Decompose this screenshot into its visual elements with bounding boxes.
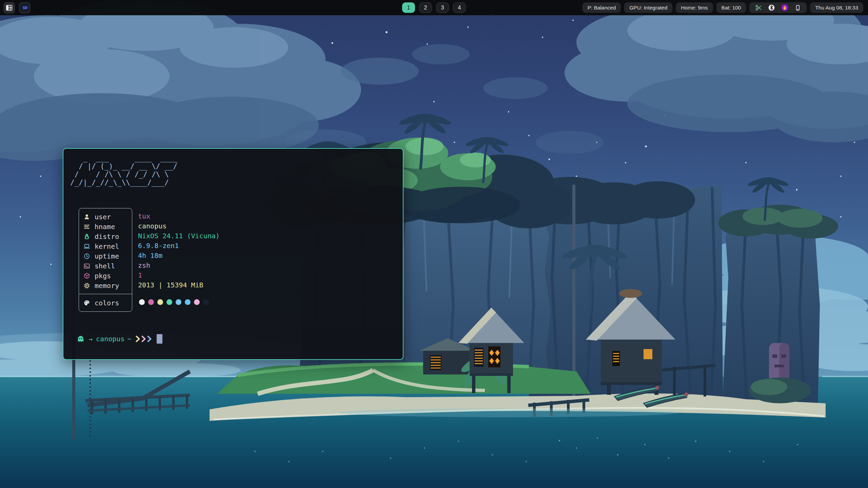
prompt-path: ~ [127,335,131,343]
info-row-distro: distro [79,231,132,241]
palette-dot [139,299,145,305]
prompt-host: canopus [96,335,124,343]
laptop-icon [83,243,90,250]
scissors-icon[interactable] [755,4,762,12]
palette-dot [148,299,154,305]
user-icon [83,214,90,220]
colors-row: colors [79,294,132,311]
info-label: hname [95,223,115,231]
terminal-icon [83,263,90,269]
chevron-icon [141,335,146,343]
status-area: P: Balanced GPU: Integrated Home: 9ms Ba… [583,2,863,13]
workspace-switcher: 1 2 3 4 [402,0,466,15]
chip-icon [83,282,90,289]
fetch-values: tux canopus NixOS 24.11 (Vicuna) 6.9.8-z… [138,211,220,290]
info-row-memory: memory [79,281,132,290]
app-grid-icon [5,4,13,12]
app-grid-button[interactable] [3,2,15,14]
terminal-body: _ ___ ____ ____ / |/ (_)_ __/ __ \/ __/ … [63,149,403,359]
terminal-window[interactable]: _ ___ ____ ____ / |/ (_)_ __/ __ \/ __/ … [63,148,403,360]
info-row-pkgs: pkgs [79,271,132,281]
palette-dot [203,299,209,305]
system-tray [749,2,807,13]
power-profile-pill[interactable]: P: Balanced [583,2,621,13]
penguin-icon [83,233,90,240]
info-row-shell: shell [79,261,132,271]
info-row-uptime: uptime [79,251,132,261]
phone-icon[interactable] [794,4,801,11]
info-label: distro [95,232,119,241]
clock-pill[interactable]: Thu Aug 08, 18:33 [810,2,863,13]
fetch-info-box: user hname [79,208,132,312]
value-user: tux [138,211,220,221]
workspace-button-2[interactable]: 2 [419,2,432,13]
battery-pill[interactable]: Bat: 100 [716,2,746,13]
value-distro: NixOS 24.11 (Vicuna) [138,231,220,241]
latency-pill[interactable]: Home: 9ms [676,2,713,13]
info-row-user: user [79,212,132,222]
nixos-ascii-logo: _ ___ ____ ____ / |/ (_)_ __/ __ \/ __/ … [70,154,177,187]
info-label: kernel [95,242,119,250]
workspace-button-3[interactable]: 3 [436,2,449,13]
info-row-hname: hname [79,222,132,231]
palette-dot [157,299,163,305]
info-label: uptime [95,252,119,260]
value-shell: zsh [138,261,220,270]
value-pkgs: 1 [138,270,220,280]
info-label: memory [95,282,119,290]
palette-dot [176,299,181,305]
value-uptime: 4h 18m [138,251,220,261]
palette-dot [166,299,172,305]
top-bar: $W 1 2 3 4 P: Balanced GPU: Integrated H… [0,0,868,15]
wezterm-icon: $W [20,3,29,12]
ghost-icon [76,334,85,343]
value-memory: 2013 | 15394 MiB [138,280,220,290]
chevron-icon [135,335,140,343]
palette-swatches [139,299,209,305]
text-cursor[interactable] [157,334,162,344]
bar-left-group: $W [3,2,31,14]
gpu-pill[interactable]: GPU: Integrated [624,2,672,13]
package-icon [83,272,90,279]
chevron-icon [147,335,152,343]
shell-prompt[interactable]: → canopus ~ [76,334,162,344]
info-row-kernel: kernel [79,241,132,251]
workspace-button-4[interactable]: 4 [453,2,466,13]
prompt-arrow: → [88,335,93,343]
flame-icon[interactable] [781,4,789,12]
value-hname: canopus [138,221,220,231]
bluetooth-icon[interactable] [768,4,775,11]
prompt-chevrons [135,335,152,343]
clock-icon [83,253,90,260]
palette-dot [185,299,191,305]
info-label: pkgs [95,272,111,280]
palette-icon [83,300,90,306]
info-label: user [95,213,111,221]
workspace-button-1[interactable]: 1 [402,2,415,13]
wezterm-taskbar-button[interactable]: $W [19,2,31,14]
list-icon [83,223,90,230]
value-kernel: 6.9.8-zen1 [138,241,220,251]
palette-dot [194,299,200,305]
colors-label: colors [95,299,119,307]
info-label: shell [95,262,115,270]
